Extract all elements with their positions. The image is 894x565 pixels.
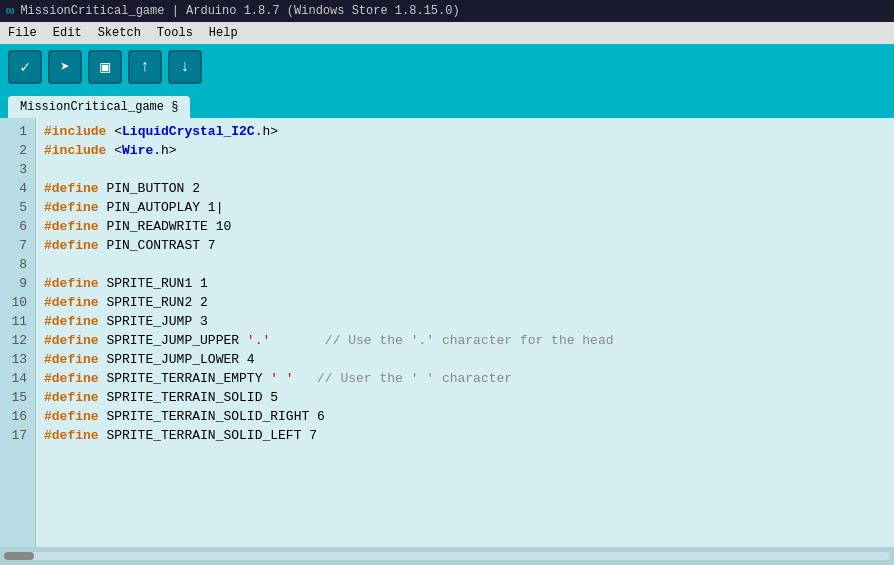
code-editor: 12345 678910 1112131415 1617 #include <L… <box>0 118 894 547</box>
line-numbers: 12345 678910 1112131415 1617 <box>0 118 36 547</box>
scrollbar-area <box>0 547 894 565</box>
save-button[interactable]: ↓ <box>168 50 202 84</box>
scrollbar-thumb[interactable] <box>4 552 34 560</box>
verify-button[interactable]: ✓ <box>8 50 42 84</box>
menu-sketch[interactable]: Sketch <box>90 24 149 42</box>
window-title: MissionCritical_game | Arduino 1.8.7 (Wi… <box>20 4 459 18</box>
title-bar: ∞ MissionCritical_game | Arduino 1.8.7 (… <box>0 0 894 22</box>
menu-file[interactable]: File <box>0 24 45 42</box>
menu-bar: File Edit Sketch Tools Help <box>0 22 894 44</box>
tab-mission-critical[interactable]: MissionCritical_game § <box>8 96 190 118</box>
menu-tools[interactable]: Tools <box>149 24 201 42</box>
toolbar: ✓ ➤ ▣ ↑ ↓ <box>0 44 894 90</box>
new-button[interactable]: ▣ <box>88 50 122 84</box>
menu-help[interactable]: Help <box>201 24 246 42</box>
open-button[interactable]: ↑ <box>128 50 162 84</box>
tab-bar: MissionCritical_game § <box>0 90 894 118</box>
code-lines[interactable]: #include <LiquidCrystal_I2C.h> #include … <box>36 118 894 547</box>
upload-button[interactable]: ➤ <box>48 50 82 84</box>
menu-edit[interactable]: Edit <box>45 24 90 42</box>
scrollbar-track[interactable] <box>4 552 890 560</box>
app-icon: ∞ <box>6 3 14 19</box>
